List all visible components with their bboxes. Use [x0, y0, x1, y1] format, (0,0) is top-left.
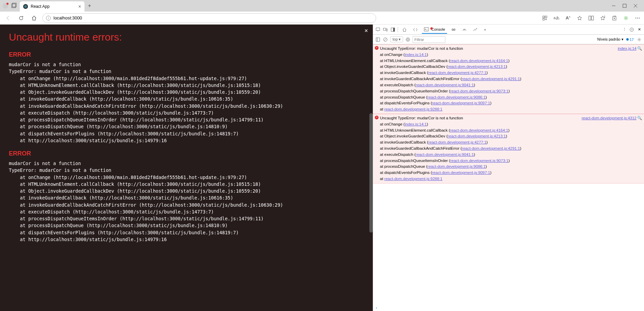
- overlay-title: Uncaught runtime errors:: [9, 31, 364, 43]
- tab-network[interactable]: [460, 26, 469, 33]
- tab-elements[interactable]: [411, 26, 420, 33]
- stack-link[interactable]: react-dom.development.js:9073:1: [450, 159, 508, 163]
- stack-link[interactable]: react-dom.development.js:4213:1: [448, 134, 506, 138]
- svg-rect-33: [376, 38, 380, 41]
- back-button[interactable]: [3, 13, 13, 23]
- svg-point-19: [625, 17, 627, 19]
- tab-more[interactable]: +: [482, 26, 488, 33]
- stack-link[interactable]: react-dom.development.js:9041:1: [416, 152, 474, 157]
- stack-link[interactable]: react-dom.development.js:4164:1: [450, 59, 508, 63]
- svg-line-36: [384, 38, 387, 41]
- clear-console-icon[interactable]: [383, 37, 388, 42]
- console-filter-input[interactable]: [413, 36, 445, 43]
- devtools-tabstrip: Console + ⋮ ? ✕: [373, 25, 644, 35]
- stack-link[interactable]: index.js:14:1: [405, 122, 427, 126]
- console-error-message[interactable]: ×react-dom.development.js:4312🔍Uncaught …: [373, 114, 644, 183]
- tab-close-icon[interactable]: ×: [78, 4, 81, 9]
- url-text: localhost:3000: [53, 15, 82, 20]
- extensions-icon[interactable]: [542, 15, 548, 21]
- inspect-icon[interactable]: [375, 27, 381, 32]
- home-button[interactable]: [29, 13, 39, 23]
- tab-title: React App: [31, 4, 49, 9]
- stack-link[interactable]: react-dom.development.js:9288:1: [384, 177, 443, 181]
- svg-point-21: [637, 17, 638, 18]
- devtools-help-icon[interactable]: ?: [629, 27, 634, 32]
- stack-link[interactable]: react-dom.development.js:4277:1: [428, 140, 487, 144]
- live-expression-icon[interactable]: [405, 37, 411, 42]
- read-aloud-icon[interactable]: aあ: [553, 15, 559, 21]
- tab-console[interactable]: Console: [422, 26, 447, 34]
- message-source-link[interactable]: index.js:14: [618, 46, 637, 52]
- content-area: Programação asd asd asdas × Uncaught run…: [0, 25, 644, 311]
- browser-tab[interactable]: React App ×: [20, 1, 85, 12]
- svg-point-39: [639, 39, 640, 40]
- new-tab-button[interactable]: +: [88, 3, 91, 9]
- svg-rect-10: [543, 16, 545, 18]
- toggle-sidebar-icon[interactable]: [375, 37, 381, 42]
- error-heading: ERROR: [9, 150, 364, 157]
- stack-link[interactable]: react-dom.development.js:4164:1: [450, 128, 508, 132]
- dock-icon[interactable]: [390, 27, 396, 32]
- stack-link[interactable]: react-dom.development.js:9073:1: [450, 89, 508, 93]
- svg-rect-11: [545, 16, 547, 18]
- tab-welcome[interactable]: [400, 26, 409, 33]
- stack-link[interactable]: react-dom.development.js:9097:1: [432, 171, 490, 175]
- address-bar[interactable]: i localhost:3000: [42, 13, 376, 23]
- maximize-button[interactable]: [622, 3, 627, 8]
- svg-point-37: [407, 39, 409, 40]
- stack-link[interactable]: react-dom.development.js:9086:1: [427, 95, 486, 99]
- svg-rect-28: [424, 27, 428, 31]
- svg-rect-13: [589, 16, 591, 20]
- device-icon[interactable]: [383, 27, 388, 32]
- console-error-message[interactable]: ×index.js:14🔍Uncaught TypeError: mudarCo…: [373, 44, 644, 114]
- error-stack: mudarCor is not a function TypeError: mu…: [9, 61, 364, 144]
- refresh-button[interactable]: [16, 13, 26, 23]
- stack-link[interactable]: index.js:14:1: [405, 53, 427, 57]
- split-screen-icon[interactable]: [588, 15, 594, 21]
- window-close-button[interactable]: [633, 3, 638, 8]
- site-info-icon[interactable]: i: [46, 16, 51, 20]
- stack-link[interactable]: react-dom.development.js:9086:1: [427, 164, 486, 168]
- stack-link[interactable]: react-dom.development.js:9097:1: [432, 101, 490, 105]
- svg-point-2: [25, 6, 26, 7]
- svg-point-22: [639, 17, 640, 18]
- profile-icon[interactable]: [3, 3, 8, 9]
- scrollbar-thumb[interactable]: [369, 113, 373, 233]
- favorite-icon[interactable]: [577, 15, 583, 21]
- stack-link[interactable]: react-dom.development.js:4277:1: [428, 71, 487, 75]
- devtools-close-icon[interactable]: ✕: [637, 27, 642, 32]
- tab-issues[interactable]: [449, 26, 458, 33]
- error-badge-icon: ×: [375, 46, 379, 50]
- context-selector[interactable]: top ▾: [390, 36, 403, 42]
- magnifier-icon[interactable]: 🔍: [637, 46, 642, 52]
- devtools-more-icon[interactable]: ⋮: [622, 27, 627, 32]
- performance-icon[interactable]: [623, 15, 629, 21]
- menu-icon[interactable]: [634, 15, 641, 21]
- console-prompt[interactable]: ›: [373, 304, 644, 311]
- tab-console-label: Console: [431, 27, 445, 31]
- minimize-button[interactable]: [611, 3, 616, 8]
- favorites-list-icon[interactable]: [600, 15, 606, 21]
- window-titlebar: React App × +: [0, 0, 644, 12]
- console-settings-icon[interactable]: [637, 37, 642, 42]
- page-viewport: Programação asd asd asdas × Uncaught run…: [0, 25, 373, 311]
- text-size-icon[interactable]: A»: [565, 15, 571, 21]
- stack-link[interactable]: react-dom.development.js:9288:1: [384, 107, 443, 111]
- message-source-link[interactable]: react-dom.development.js:4312: [582, 115, 637, 121]
- stack-link[interactable]: react-dom.development.js:4291:1: [462, 146, 520, 150]
- issue-count[interactable]: 17: [626, 38, 634, 42]
- magnifier-icon[interactable]: 🔍: [637, 115, 642, 121]
- tab-actions-icon[interactable]: [11, 3, 17, 9]
- stack-link[interactable]: react-dom.development.js:4213:1: [448, 64, 506, 69]
- error-badge-icon: ×: [375, 116, 379, 119]
- svg-rect-12: [543, 18, 545, 20]
- svg-point-38: [406, 38, 410, 41]
- collections-icon[interactable]: [611, 15, 617, 21]
- stack-link[interactable]: react-dom.development.js:4291:1: [462, 77, 520, 81]
- devtools-panel: Console + ⋮ ? ✕ top ▾ Níveis padrão ▾ 17: [373, 25, 644, 311]
- console-output[interactable]: ×index.js:14🔍Uncaught TypeError: mudarCo…: [373, 44, 644, 304]
- tab-performance[interactable]: [471, 26, 480, 33]
- stack-link[interactable]: react-dom.development.js:9041:1: [416, 83, 474, 87]
- overlay-close-icon[interactable]: ×: [364, 27, 368, 34]
- levels-dropdown[interactable]: Níveis padrão ▾: [597, 37, 624, 42]
